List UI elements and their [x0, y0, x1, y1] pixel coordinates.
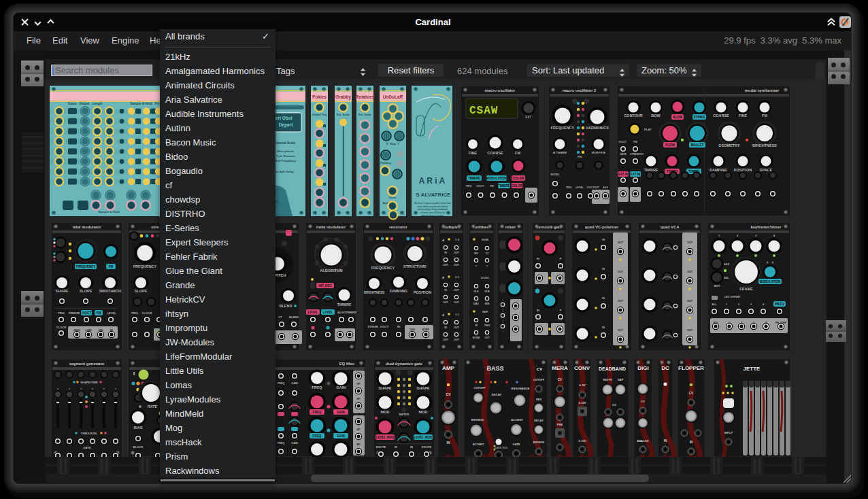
- svg-text:IN: IN: [602, 326, 605, 329]
- svg-text:OUT: OUT: [454, 252, 459, 254]
- svg-text:RES: RES: [536, 398, 542, 401]
- svg-text:HARMONICS: HARMONICS: [586, 126, 609, 130]
- svg-text:EXCITE: EXCITE: [422, 445, 432, 449]
- svg-text:CONTOUR: CONTOUR: [624, 114, 643, 118]
- svg-text:EDIT: EDIT: [714, 284, 720, 288]
- svg-text:quad VC-polarizer: quad VC-polarizer: [585, 225, 619, 229]
- svg-text:LEVEL: LEVEL: [323, 311, 333, 314]
- svg-text:OUT: OUT: [443, 301, 448, 304]
- svg-text:ADD: ADD: [724, 263, 729, 266]
- svg-text:IN: IN: [690, 441, 693, 444]
- svg-text:EXT IN: EXT IN: [618, 173, 629, 176]
- svg-text:SHAPE: SHAPE: [379, 386, 392, 390]
- svg-text:FM: FM: [578, 155, 582, 158]
- svg-text:EXCITE: EXCITE: [376, 445, 386, 449]
- svg-text:ne Safe Delay: ne Safe Delay: [275, 170, 294, 173]
- svg-text:OUT B: OUT B: [554, 320, 562, 322]
- svg-text:Padding: Padding: [380, 161, 391, 165]
- svg-text:AMP: AMP: [442, 365, 454, 371]
- svg-text:in france since 2019 for the: in france since 2019 for the: [420, 211, 446, 214]
- svg-text:1+2: 1+2: [338, 325, 342, 328]
- svg-text:TRIG: TRIG: [566, 186, 572, 189]
- svg-text:MODULATION: MODULATION: [486, 177, 507, 180]
- svg-text:EXT IN: EXT IN: [631, 173, 641, 176]
- svg-text:FM: FM: [633, 141, 637, 143]
- svg-text:FREQ: FREQ: [313, 411, 322, 414]
- svg-text:GAIN: GAIN: [291, 382, 298, 385]
- svg-text:BLOW: BLOW: [673, 116, 683, 119]
- svg-text:FINE: FINE: [469, 151, 478, 155]
- svg-text:CV: CV: [537, 367, 542, 371]
- svg-text:BLEND: BLEND: [280, 304, 293, 308]
- svg-text:segment generator: segment generator: [69, 362, 105, 366]
- svg-text:S ALVATRiCE: S ALVATRiCE: [416, 192, 451, 198]
- svg-text:IN: IN: [664, 439, 667, 443]
- svg-text:quad VCA: quad VCA: [661, 225, 680, 229]
- svg-text:TIMBRE: TIMBRE: [346, 311, 356, 314]
- svg-text:GAIN: GAIN: [337, 434, 345, 438]
- svg-text:keyframer/mixer: keyframer/mixer: [751, 225, 782, 229]
- svg-text:COARSE: COARSE: [487, 151, 503, 155]
- svg-text:FREQ: FREQ: [313, 434, 322, 438]
- svg-text:INPCT: INPCT: [724, 431, 733, 434]
- svg-text:CV: CV: [689, 392, 693, 395]
- svg-text:FM: FM: [97, 311, 101, 315]
- svg-text:MOD: MOD: [419, 410, 428, 414]
- svg-text:IN: IN: [602, 239, 605, 241]
- svg-text:OUT: OUT: [454, 289, 459, 292]
- svg-text:GAIN: GAIN: [291, 442, 298, 445]
- svg-text:TIMBRE: TIMBRE: [644, 168, 658, 172]
- svg-text:OUT R: OUT R: [291, 327, 299, 330]
- svg-text:V/OCT: V/OCT: [380, 325, 389, 328]
- svg-text:ENVMOD: ENVMOD: [533, 441, 545, 444]
- svg-text:advancement of science.: advancement of science.: [421, 214, 444, 217]
- svg-text:IN: IN: [444, 289, 447, 292]
- svg-text:IN: IN: [602, 268, 605, 271]
- svg-text:Misclutter engineering what it: Misclutter engineering what it does loud: [414, 202, 451, 205]
- svg-text:ACCENT: ACCENT: [473, 443, 484, 446]
- svg-text:DEL: DEL: [724, 277, 729, 279]
- svg-text:Grabby: Grabby: [335, 94, 351, 100]
- svg-text:CUTOFF: CUTOFF: [474, 386, 486, 390]
- svg-text:FLOW: FLOW: [665, 143, 675, 147]
- svg-text:SPACE: SPACE: [760, 168, 773, 172]
- svg-text:COLOR: COLOR: [513, 177, 524, 180]
- svg-text:OUT: OUT: [443, 339, 448, 341]
- svg-text:SIGN: SIGN: [482, 238, 488, 241]
- svg-text:OUT: OUT: [454, 326, 459, 329]
- svg-text:ert Obol: ert Obol: [276, 116, 293, 120]
- svg-text:∿: ∿: [475, 264, 477, 267]
- svg-text:BP: BP: [357, 443, 361, 446]
- svg-text:DC: DC: [661, 365, 669, 371]
- svg-text:JETTE: JETTE: [744, 366, 761, 372]
- svg-text:tidal modulator: tidal modulator: [73, 225, 102, 229]
- svg-text:LOGIC: LOGIC: [481, 276, 490, 279]
- svg-text:MORPH ⊕: MORPH ⊕: [592, 151, 606, 154]
- svg-text:CT: CT: [278, 315, 282, 319]
- svg-text:AUX: AUX: [347, 325, 352, 328]
- svg-text:OUT: OUT: [443, 264, 448, 266]
- svg-text:FLOPPER: FLOPPER: [678, 365, 704, 371]
- svg-text:CV: CV: [641, 400, 645, 403]
- svg-text:and you plug in things handmad: and you plug in things handmade: [418, 208, 448, 211]
- svg-text:LEVEL: LEVEL: [575, 186, 584, 189]
- svg-text:BRIGHTNESS: BRIGHTNESS: [364, 291, 384, 294]
- svg-text:SHAPE: SHAPE: [417, 386, 430, 390]
- svg-text:Sample & Hold: Sample & Hold: [99, 210, 120, 213]
- svg-text:OUT: OUT: [454, 301, 459, 304]
- svg-text:MAX: MAX: [473, 303, 480, 305]
- svg-text:SMOOTHNESS: SMOOTHNESS: [99, 290, 122, 293]
- svg-text:LEVEL: LEVEL: [107, 311, 116, 315]
- svg-text:HP: HP: [357, 383, 361, 385]
- svg-text:OUT: OUT: [687, 329, 693, 332]
- svg-text:macro oscillator 2: macro oscillator 2: [563, 88, 597, 92]
- svg-text:OUT B: OUT B: [554, 269, 562, 271]
- svg-text:S&H: S&H: [482, 310, 488, 313]
- svg-text:EXT: EXT: [526, 116, 532, 119]
- svg-text:FINE: FINE: [739, 114, 748, 118]
- svg-text:BLEND: BLEND: [289, 315, 299, 319]
- svg-text:PITCH: PITCH: [275, 273, 286, 277]
- svg-text:1: 1: [726, 303, 727, 306]
- svg-text:OUT L: OUT L: [620, 184, 628, 186]
- svg-text:P: P: [560, 309, 562, 312]
